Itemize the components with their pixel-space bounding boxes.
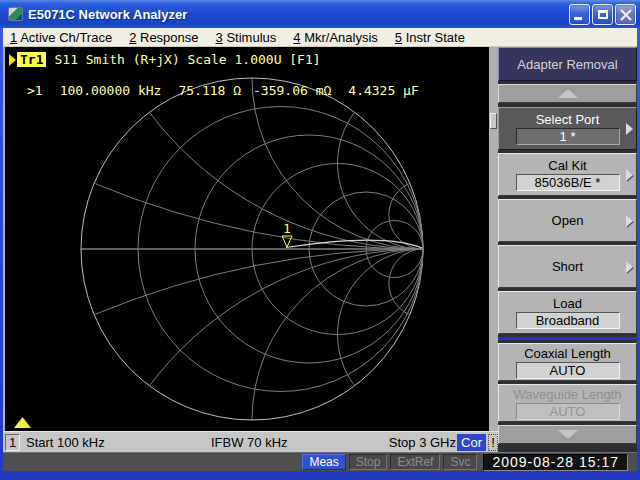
softkey-load[interactable]: Load Broadband (498, 291, 637, 334)
softkey-short[interactable]: Short (498, 245, 637, 288)
menu-mkr-analysis[interactable]: 4 Mkr/Analysis (293, 30, 378, 45)
coaxial-length-value: AUTO (516, 362, 620, 379)
softkey-scroll-up-button[interactable] (498, 84, 637, 103)
sweep-start: Start 100 kHz (26, 435, 105, 450)
marker-resistance: 75.118 Ω (178, 83, 241, 98)
menu-instr-state[interactable]: 5 Instr State (395, 30, 465, 45)
trace-info-bar: Tr1 S11 Smith (R+jX) Scale 1.000U [F1] (9, 52, 321, 67)
title-bar: E5071C Network Analyzer (0, 0, 640, 28)
app-icon (8, 7, 23, 21)
submenu-arrow-icon (626, 123, 633, 135)
status-extref: ExtRef (390, 454, 440, 470)
marker-reactance: -359.06 mΩ (253, 83, 331, 98)
sweep-indicator-icon (14, 417, 31, 428)
softkey-menu: Adapter Removal Select Port 1 * Cal Kit … (498, 47, 637, 452)
arrow-up-icon (558, 89, 578, 98)
select-port-value: 1 * (516, 128, 620, 145)
close-icon (620, 9, 632, 21)
menu-bar: 1 Active Ch/Trace 2 Response 3 Stimulus … (3, 28, 637, 47)
correction-badge: Cor (457, 434, 486, 451)
instrument-status-bar: Meas Stop ExtRef Svc 2009-08-28 15:17 (3, 452, 637, 471)
active-trace-pointer-icon (9, 54, 16, 66)
menu-active-ch-trace[interactable]: 1 Active Ch/Trace (10, 30, 112, 45)
softkey-waveguide-length: Waveguide Length AUTO (498, 384, 637, 422)
sweep-stop: Stop 3 GHz (389, 435, 456, 450)
restore-button[interactable] (592, 4, 613, 25)
warning-badge: ! (488, 434, 498, 451)
softkey-splitter (489, 47, 498, 431)
menu-response[interactable]: 2 Response (129, 30, 198, 45)
submenu-arrow-icon (626, 261, 633, 273)
softkey-cal-kit[interactable]: Cal Kit 85036B/E * (498, 153, 637, 196)
marker-id: >1 (27, 83, 43, 98)
softkey-coaxial-length[interactable]: Coaxial Length AUTO (498, 343, 637, 381)
status-stop: Stop (349, 454, 388, 470)
marker-frequency: 100.00000 kHz (60, 83, 162, 98)
softkey-scroll-down-button[interactable] (498, 425, 637, 444)
status-meas: Meas (302, 454, 345, 470)
marker-capacitance: 4.4325 μF (348, 83, 418, 98)
restore-icon (598, 10, 608, 19)
softkey-separator (498, 337, 637, 340)
main-area: 1 Tr1 S11 Smith (R+jX) Scale 1.000U [F1]… (3, 47, 637, 452)
arrow-down-icon (558, 430, 578, 439)
channel-number: 1 (5, 434, 20, 451)
cal-kit-value: 85036B/E * (516, 174, 620, 191)
submenu-arrow-icon (626, 215, 633, 227)
ifbw-readout: IFBW 70 kHz (211, 435, 288, 450)
smith-chart-grid: 1 (5, 47, 489, 431)
trace-description: S11 Smith (R+jX) Scale 1.000U [F1] (54, 52, 320, 67)
svg-text:1: 1 (283, 221, 291, 236)
marker-readout: >1 100.00000 kHz 75.118 Ω -359.06 mΩ 4.4… (27, 83, 419, 98)
minimize-icon (574, 17, 582, 20)
load-value: Broadband (516, 312, 620, 329)
close-button[interactable] (615, 4, 636, 25)
splitter-handle[interactable] (490, 113, 497, 129)
marker-1[interactable]: 1 (282, 221, 292, 247)
smith-chart-display: 1 Tr1 S11 Smith (R+jX) Scale 1.000U [F1]… (5, 47, 489, 431)
window-title: E5071C Network Analyzer (28, 7, 569, 22)
channel-status-bar: 1 Start 100 kHz IFBW 70 kHz Stop 3 GHz C… (3, 431, 498, 452)
trace-id-chip[interactable]: Tr1 (17, 52, 46, 67)
minimize-button[interactable] (569, 4, 590, 25)
menu-stimulus[interactable]: 3 Stimulus (216, 30, 277, 45)
softkey-select-port[interactable]: Select Port 1 * (498, 107, 637, 150)
waveguide-length-value: AUTO (516, 403, 620, 420)
clock: 2009-08-28 15:17 (483, 454, 628, 471)
instrument-window: E5071C Network Analyzer 1 Active Ch/Trac… (0, 0, 640, 480)
submenu-arrow-icon (626, 169, 633, 181)
softkey-menu-title: Adapter Removal (498, 47, 637, 81)
status-svc: Svc (443, 454, 477, 470)
softkey-open[interactable]: Open (498, 199, 637, 242)
